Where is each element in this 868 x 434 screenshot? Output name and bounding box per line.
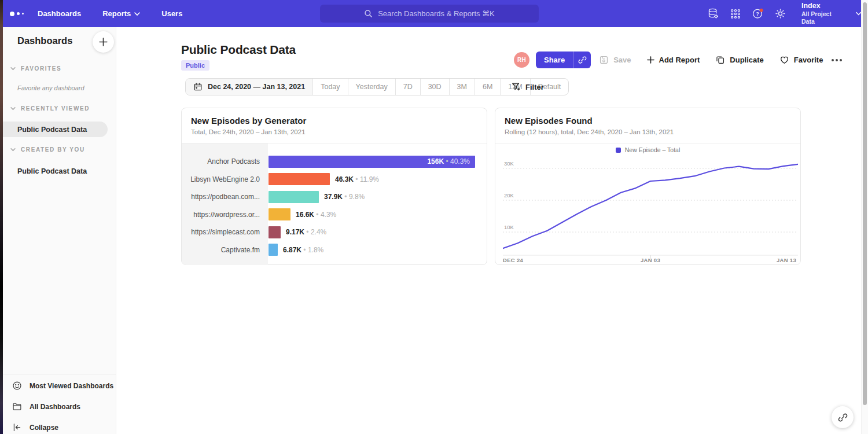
- sidebar-title: Dashboards: [17, 35, 72, 46]
- funnel-plus-icon: [512, 82, 521, 91]
- bar[interactable]: [269, 173, 330, 185]
- chevron-down-icon[interactable]: [856, 12, 861, 16]
- bar[interactable]: 156K • 40.3%: [269, 156, 475, 168]
- all-dashboards-button[interactable]: All Dashboards: [3, 397, 116, 416]
- nav-item-dashboards[interactable]: Dashboards: [38, 9, 81, 18]
- search-placeholder: Search Dashboards & Reports ⌘K: [378, 9, 495, 18]
- folder-icon: [12, 402, 22, 411]
- bar-category-label: Anchor Podcasts: [182, 157, 268, 165]
- duplicate-button[interactable]: Duplicate: [715, 55, 764, 65]
- card-header: New Episodes Found Rolling (12 hours), t…: [495, 108, 800, 144]
- collapse-icon: [12, 422, 22, 432]
- chevron-down-icon: [10, 148, 16, 152]
- link-icon: [838, 413, 848, 422]
- most-viewed-dashboards-button[interactable]: Most Viewed Dashboards: [3, 376, 116, 395]
- sidebar-item-public-podcast-data-recent[interactable]: Public Podcast Data: [3, 122, 108, 137]
- sidebar: Dashboards FAVORITES Favorite any dashbo…: [3, 27, 116, 434]
- preset-6m[interactable]: 6M: [475, 79, 501, 95]
- duplicate-icon: [715, 55, 725, 65]
- search-input[interactable]: Search Dashboards & Reports ⌘K: [320, 5, 539, 23]
- bar[interactable]: [269, 244, 278, 256]
- card-subtitle: Total, Dec 24th, 2020 – Jan 13th, 2021: [191, 128, 477, 135]
- background-window-edge: [0, 0, 3, 434]
- bar-row: Libsyn WebEngine 2.046.3K • 11.9%: [182, 171, 487, 189]
- preset-3m[interactable]: 3M: [450, 79, 475, 95]
- share-link-button[interactable]: [573, 52, 591, 68]
- bar-track: 37.9K • 9.8%: [268, 191, 487, 203]
- avatar[interactable]: RH: [514, 52, 529, 68]
- bar-value-label: 37.9K • 9.8%: [324, 193, 365, 201]
- bar-track: 9.17K • 2.4%: [268, 226, 487, 238]
- plus-icon: [99, 38, 108, 46]
- bar-row: Anchor Podcasts156K • 40.3%: [182, 153, 487, 171]
- gridlines: 10K20K30K: [503, 160, 798, 232]
- bar-row: https://wordpress.or...16.6K • 4.3%: [182, 206, 487, 224]
- card-new-episodes-found: New Episodes Found Rolling (12 hours), t…: [495, 108, 801, 265]
- page-title: Public Podcast Data: [181, 43, 296, 57]
- chevron-down-icon: [10, 107, 16, 111]
- chevron-down-icon: [10, 67, 16, 71]
- scrollbar-track[interactable]: [861, 0, 868, 434]
- new-dashboard-button[interactable]: [93, 31, 114, 53]
- smiley-icon: [12, 381, 22, 391]
- workspace-project: All Project Data: [801, 10, 840, 25]
- bar-category-label: https://simplecast.com: [182, 228, 268, 236]
- bar-value-label: 6.87K • 1.8%: [283, 246, 323, 254]
- bar-row: Captivate.fm6.87K • 1.8%: [182, 241, 487, 259]
- link-icon: [578, 56, 587, 64]
- bar[interactable]: [269, 226, 281, 238]
- bar[interactable]: [269, 191, 319, 203]
- bar-chart-rows: Anchor Podcasts156K • 40.3%Libsyn WebEng…: [182, 153, 487, 259]
- y-tick-label: 10K: [504, 224, 514, 230]
- bar-track: 46.3K • 11.9%: [268, 173, 487, 185]
- search-icon: [364, 9, 373, 18]
- bar-category-label: Captivate.fm: [182, 246, 268, 254]
- bar-value-label: 46.3K • 11.9%: [335, 175, 379, 183]
- kebab-icon[interactable]: [832, 59, 842, 61]
- share-button[interactable]: Share: [536, 52, 573, 68]
- y-tick-label: 30K: [504, 160, 514, 167]
- bar-track: 16.6K • 4.3%: [268, 208, 487, 220]
- bar-category-label: https://podbean.com...: [182, 193, 268, 201]
- preset-yesterday[interactable]: Yesterday: [348, 79, 396, 95]
- card-title: New Episodes by Generator: [191, 116, 477, 126]
- preset-7d[interactable]: 7D: [396, 79, 421, 95]
- app-logo[interactable]: [10, 12, 30, 16]
- sidebar-footer: Most Viewed Dashboards All Dashboards Co…: [3, 374, 116, 434]
- gear-icon[interactable]: [774, 8, 786, 20]
- bar-value-label: 16.6K • 4.3%: [296, 211, 336, 219]
- save-button[interactable]: Save: [599, 55, 631, 65]
- bar[interactable]: [269, 208, 290, 220]
- date-range-picker[interactable]: Dec 24, 2020 — Jan 13, 2021: [186, 79, 313, 95]
- chevron-down-icon: [134, 12, 140, 16]
- nav-item-reports[interactable]: Reports: [102, 9, 140, 18]
- card-header: New Episodes by Generator Total, Dec 24t…: [182, 108, 487, 144]
- section-favorites[interactable]: FAVORITES: [10, 65, 61, 72]
- line-chart-svg[interactable]: 10K20K30K: [503, 158, 798, 260]
- add-report-button[interactable]: Add Report: [647, 56, 700, 64]
- section-recently-viewed[interactable]: RECENTLY VIEWED: [10, 105, 90, 112]
- header-actions: RH Share Save Add Report Duplicate Favor…: [514, 52, 842, 68]
- x-tick-jan13: JAN 13: [777, 257, 796, 263]
- y-tick-label: 20K: [504, 192, 514, 198]
- section-created-by-you[interactable]: CREATED BY YOU: [10, 146, 85, 153]
- scrollbar-thumb[interactable]: [863, 2, 867, 405]
- nav-item-users[interactable]: Users: [161, 9, 182, 18]
- favorite-button[interactable]: Favorite: [779, 55, 823, 65]
- top-nav: Dashboards Reports Users Search Dashboar…: [0, 0, 861, 27]
- help-icon[interactable]: ?: [752, 8, 764, 20]
- apps-grid-icon[interactable]: [730, 8, 741, 20]
- workspace-switcher[interactable]: Index All Project Data: [801, 2, 840, 26]
- preset-today[interactable]: Today: [313, 79, 348, 95]
- bar-category-label: https://wordpress.or...: [182, 211, 268, 219]
- x-tick-jan03: JAN 03: [641, 257, 660, 263]
- preset-30d[interactable]: 30D: [421, 79, 450, 95]
- bar-row: https://podbean.com...37.9K • 9.8%: [182, 188, 487, 206]
- collapse-sidebar-button[interactable]: Collapse: [3, 418, 116, 434]
- legend-label: New Episode – Total: [625, 146, 681, 153]
- sidebar-item-public-podcast-data-created[interactable]: Public Podcast Data: [17, 167, 87, 175]
- filter-button[interactable]: Filter: [512, 78, 544, 95]
- data-sources-icon[interactable]: [707, 8, 719, 20]
- floating-link-button[interactable]: [832, 406, 854, 428]
- bar-value-label: 9.17K • 2.4%: [286, 228, 326, 236]
